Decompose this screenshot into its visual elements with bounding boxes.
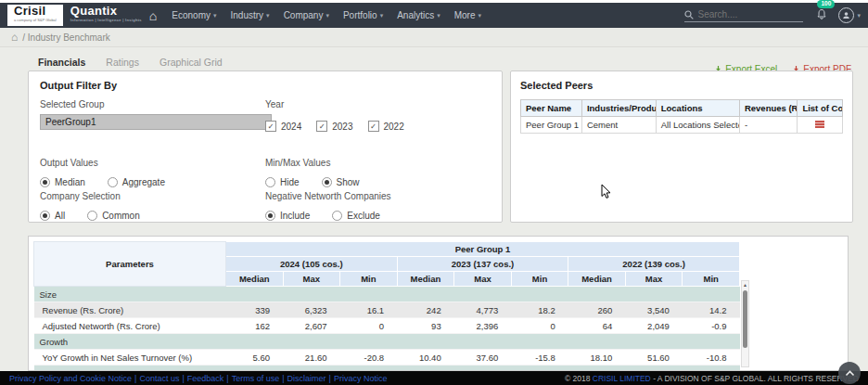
benchmark-table: ParametersPeer Group 12024 (105 cos.)202…	[33, 241, 740, 371]
year-checkbox-2023[interactable]: ✓2023	[316, 121, 352, 132]
radio-show[interactable]: Show	[322, 177, 360, 187]
revenues-cell: -	[739, 117, 797, 134]
year-header-2023-137-cos: 2023 (137 cos.)	[397, 257, 568, 272]
radio-exclude[interactable]: Exclude	[332, 211, 380, 221]
user-menu-chevron-down-icon[interactable]: ▾	[857, 12, 861, 19]
stat-header-max: Max	[454, 272, 512, 287]
footer-link-separator: |	[282, 374, 284, 383]
peer-group-header: Peer Group 1	[226, 242, 740, 257]
radio-include[interactable]: Include	[265, 211, 310, 221]
breadcrumb-home-icon[interactable]: ⌂	[11, 31, 18, 44]
minmax-values-group: Min/Max ValuesHideShow	[265, 158, 382, 191]
radio-aggregate[interactable]: Aggregate	[108, 177, 165, 187]
checkbox-label: 2023	[332, 122, 352, 132]
year-checkbox-2024[interactable]: ✓2024	[265, 121, 301, 132]
scroll-to-top-button[interactable]	[838, 362, 861, 384]
nav-item-company[interactable]: Company▾	[284, 10, 329, 20]
radio-icon	[87, 211, 97, 221]
radio-all[interactable]: All	[40, 211, 65, 221]
radio-median[interactable]: Median	[40, 177, 85, 187]
year-header-2022-139-cos: 2022 (139 cos.)	[568, 257, 740, 272]
company-selection-label: Company Selection	[40, 191, 162, 201]
checkbox-icon: ✓	[265, 121, 276, 132]
section-label: Growth	[34, 334, 740, 350]
footer-link-feedback[interactable]: Feedback	[187, 374, 224, 383]
company-selection-group: Company SelectionAllCommon	[40, 191, 162, 225]
nav-item-industry[interactable]: Industry▾	[231, 10, 270, 20]
home-icon[interactable]: ⌂	[149, 8, 157, 23]
selected-group-input[interactable]	[40, 114, 272, 130]
locations-cell: All Locations Selected	[656, 117, 739, 134]
scrollbar-up-arrow[interactable]: ▲	[742, 281, 748, 289]
radio-label: Common	[102, 211, 140, 221]
parameters-header: Parameters	[34, 242, 226, 287]
negative-networth-label: Negative Networth Companies	[265, 191, 402, 201]
footer-link-contact-us[interactable]: Contact us	[139, 374, 179, 383]
crisil-limited-link[interactable]: CRISIL LIMITED	[593, 374, 651, 383]
footer-link-disclaimer[interactable]: Disclaimer	[287, 374, 326, 383]
section-label: Size	[34, 287, 740, 302]
radio-icon	[265, 211, 275, 221]
value-cell: 10.40	[397, 350, 454, 366]
radio-common[interactable]: Common	[87, 211, 140, 221]
value-cell: 4,773	[454, 302, 512, 318]
crisil-logo-text: Crisil	[14, 6, 57, 15]
stat-header-median: Median	[226, 272, 284, 287]
benchmark-results-panel: ParametersPeer Group 12024 (105 cos.)202…	[28, 236, 849, 371]
nav-item-economy[interactable]: Economy▾	[172, 10, 216, 20]
footer-copyright: © 2018 CRISIL LIMITED - A DIVISION OF S&…	[565, 374, 859, 383]
quantix-logo[interactable]: Quantix Information | Intelligence | Ins…	[70, 6, 142, 24]
value-cell: 93	[397, 318, 454, 334]
radio-label: Hide	[280, 177, 300, 187]
radio-hide[interactable]: Hide	[265, 177, 300, 187]
output-filter-title: Output Filter By	[40, 80, 491, 91]
page-body: Financials Ratings Graphical Grid Export…	[0, 47, 868, 371]
radio-label: Aggregate	[122, 177, 165, 187]
scrollbar-thumb[interactable]	[743, 290, 747, 348]
footer-link-separator: |	[329, 374, 331, 383]
search-box[interactable]	[684, 8, 803, 22]
notifications-button[interactable]: 100	[816, 7, 827, 24]
peers-col-peer-name: Peer Name	[521, 100, 582, 117]
value-cell: 260	[568, 302, 626, 318]
bell-icon	[816, 8, 827, 20]
breadcrumb-page-label: Industry Benchmark	[28, 32, 110, 43]
value-cell: 64	[568, 318, 626, 334]
chevron-up-icon	[845, 370, 855, 377]
nav-item-portfolio[interactable]: Portfolio▾	[343, 10, 383, 20]
crisil-logo[interactable]: Crisil a company of S&P Global	[7, 5, 63, 26]
company-selection-options: AllCommon	[40, 208, 162, 225]
user-icon	[842, 11, 850, 19]
parameter-label: Revenue (Rs. Crore)	[34, 302, 226, 318]
data-row-adjusted-networth-rs-crore: Adjusted Networth (Rs. Crore)1622,607093…	[34, 318, 740, 334]
value-cell: 242	[397, 302, 454, 318]
checkbox-label: 2024	[281, 122, 301, 132]
nav-item-more[interactable]: More▾	[454, 10, 481, 20]
peers-col-revenues-rs-cr: Revenues (Rs. Cr.)	[739, 100, 797, 117]
search-input[interactable]	[694, 8, 799, 20]
nav-item-analytics[interactable]: Analytics▾	[397, 10, 440, 20]
user-avatar[interactable]	[838, 7, 854, 23]
crisil-logo-tagline: a company of S&P Global	[14, 16, 57, 24]
peers-col-locations: Locations	[656, 100, 739, 117]
section-row-growth: Growth	[34, 334, 740, 350]
list-of-companies-icon[interactable]	[815, 121, 824, 128]
value-cell: 162	[226, 318, 284, 334]
stat-header-median: Median	[397, 272, 454, 287]
value-cell: 2,607	[283, 318, 340, 334]
footer-link-terms-of-use[interactable]: Terms of use	[232, 374, 280, 383]
chevron-down-icon: ▾	[380, 12, 384, 19]
chevron-down-icon: ▾	[437, 12, 440, 19]
nav-item-label: Industry	[231, 10, 264, 20]
value-cell: 18.10	[568, 350, 626, 366]
checkbox-icon: ✓	[316, 121, 327, 132]
value-cell: -10.8	[683, 350, 740, 366]
data-row-revenue-rs-crore: Revenue (Rs. Crore)3396,32316.12424,7731…	[34, 302, 740, 318]
table-vertical-scrollbar[interactable]: ▲	[741, 280, 749, 367]
nav-item-label: More	[454, 10, 476, 20]
chevron-down-icon: ▾	[326, 12, 329, 19]
footer-link-privacy-policy-and-cookie-notice[interactable]: Privacy Policy and Cookie Notice	[9, 374, 132, 383]
footer-link-privacy-notice[interactable]: Privacy Notice	[334, 374, 388, 383]
stat-header-min: Min	[340, 272, 398, 287]
year-checkbox-2022[interactable]: ✓2022	[368, 121, 404, 132]
